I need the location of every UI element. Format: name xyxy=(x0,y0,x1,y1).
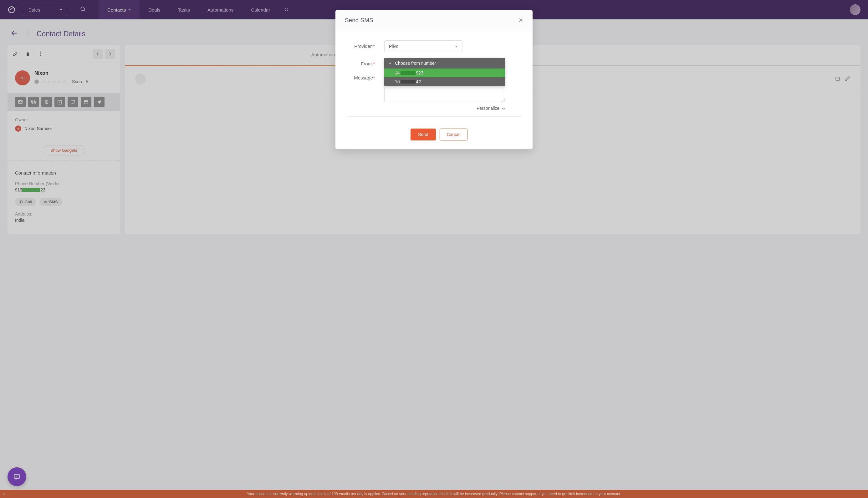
provider-label: Provider * xyxy=(347,40,384,49)
check-icon: ✓ xyxy=(389,61,392,66)
modal-title: Send SMS xyxy=(345,17,373,24)
from-dropdown: ✓ Choose from number 14923 1642 xyxy=(384,58,505,86)
from-label: From * xyxy=(347,58,384,66)
redacted-bar xyxy=(401,80,416,83)
chevron-down-icon xyxy=(502,107,505,110)
message-label: Message* xyxy=(347,72,384,80)
modal-body: Provider * Plivo ▼ From * ✓ Choose from … xyxy=(335,31,533,129)
close-icon[interactable]: ✕ xyxy=(518,17,523,24)
from-option-1[interactable]: 14923 xyxy=(384,68,505,77)
modal-header: Send SMS ✕ xyxy=(335,10,533,31)
divider xyxy=(347,116,521,117)
send-sms-modal: Send SMS ✕ Provider * Plivo ▼ From * ✓ C… xyxy=(335,10,533,149)
from-option-2[interactable]: 1642 xyxy=(384,77,505,86)
cancel-button[interactable]: Cancel xyxy=(440,129,468,141)
provider-select[interactable]: Plivo ▼ xyxy=(384,40,463,52)
dropdown-placeholder: ✓ Choose from number xyxy=(384,58,505,68)
send-button[interactable]: Send xyxy=(411,129,436,141)
redacted-bar xyxy=(401,71,416,75)
personalize-dropdown[interactable]: Personalize xyxy=(384,106,505,111)
modal-footer: Send Cancel xyxy=(335,129,533,149)
chevron-down-icon: ▼ xyxy=(455,45,458,48)
